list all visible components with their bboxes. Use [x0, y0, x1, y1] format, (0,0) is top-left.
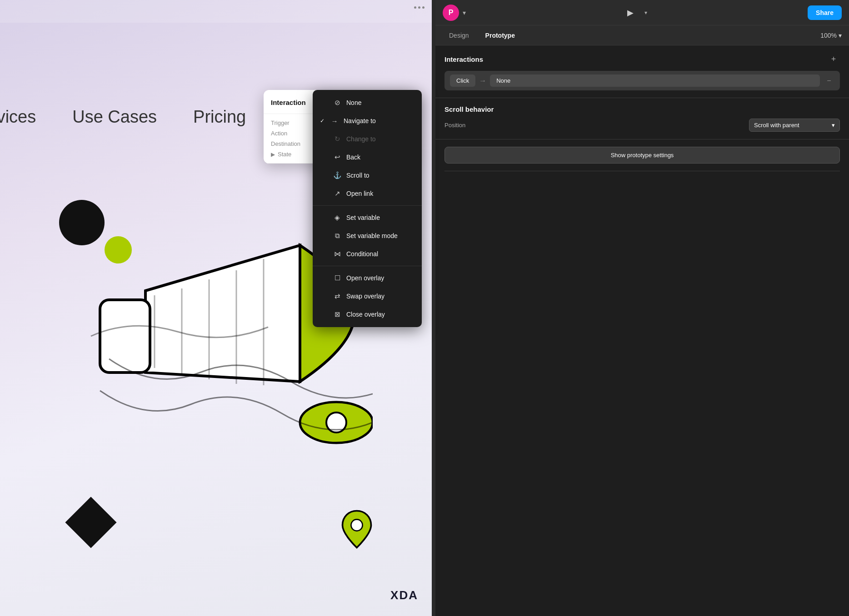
header-center: ▶ ▾ — [622, 5, 651, 21]
dropdown-divider — [313, 266, 422, 266]
item-label-open_link[interactable]: Open link — [346, 190, 373, 197]
destination-field-label: Destination — [271, 140, 307, 147]
item-icon-set_variable_mode: ⧉ — [333, 231, 342, 240]
scroll-behavior-title: Scroll behavior — [444, 105, 494, 113]
dropdown-item-open_overlay[interactable]: ☐ Open overlay — [313, 269, 422, 287]
show-prototype-settings-button[interactable]: Show prototype settings — [444, 147, 840, 164]
add-interaction-button[interactable]: + — [827, 53, 840, 65]
interaction-row: Click → None − — [444, 71, 840, 90]
item-icon-scroll_to: ⚓ — [333, 171, 342, 180]
panel-header: P ▾ ▶ ▾ Share — [435, 0, 849, 25]
avatar[interactable]: P — [443, 5, 459, 21]
arrow-icon: → — [479, 77, 486, 85]
item-label-navigate_to[interactable]: Navigate to — [344, 117, 376, 124]
item-icon-back: ↩ — [333, 153, 342, 162]
tab-prototype[interactable]: Prototype — [479, 29, 521, 42]
item-label-back[interactable]: Back — [346, 154, 360, 161]
zoom-value: 100% — [820, 32, 837, 39]
dropdown-item-set_variable[interactable]: ◈ Set variable — [313, 209, 422, 227]
nav-item-pricing: Pricing — [193, 107, 246, 127]
tab-design[interactable]: Design — [443, 29, 475, 42]
scroll-behavior-section: Scroll behavior Position Scroll with par… — [435, 98, 849, 139]
resize-handle[interactable] — [432, 0, 435, 616]
right-panel: P ▾ ▶ ▾ Share Design Prototype 100% ▾ In… — [432, 0, 849, 616]
dropdown-item-change_to: ↻ Change to — [313, 130, 422, 148]
divider — [444, 171, 840, 171]
svg-rect-0 — [100, 300, 150, 373]
action-dropdown: ⊘ None✓→ Navigate to↻ Change to↩ Back⚓ S… — [313, 90, 422, 327]
share-button[interactable]: Share — [808, 5, 842, 20]
item-icon-set_variable: ◈ — [333, 213, 342, 222]
dropdown-item-back[interactable]: ↩ Back — [313, 148, 422, 166]
item-label-open_overlay[interactable]: Open overlay — [346, 274, 384, 282]
interactions-section: Interactions + Click → None − — [435, 45, 849, 98]
header-left: P ▾ — [443, 5, 466, 21]
dropdown-item-set_variable_mode[interactable]: ⧉ Set variable mode — [313, 227, 422, 245]
item-icon-navigate_to: → — [330, 116, 339, 125]
item-icon-open_link: ↗ — [333, 189, 342, 198]
item-icon-open_overlay: ☐ — [333, 273, 342, 283]
trigger-pill[interactable]: Click — [450, 75, 475, 87]
zoom-chevron-icon: ▾ — [839, 32, 842, 39]
interactions-section-header: Interactions + — [444, 53, 840, 65]
green-pin-decoration — [336, 509, 377, 550]
dropdown-item-close_overlay[interactable]: ⊠ Close overlay — [313, 305, 422, 323]
remove-interaction-button[interactable]: − — [824, 75, 834, 86]
check-icon: ✓ — [320, 118, 325, 124]
dropdown-item-none[interactable]: ⊘ None — [313, 94, 422, 112]
svg-point-8 — [351, 519, 362, 531]
position-value: Scroll with parent — [754, 122, 799, 129]
zoom-control[interactable]: 100% ▾ — [820, 32, 842, 39]
item-icon-conditional: ⋈ — [333, 249, 342, 258]
destination-pill[interactable]: None — [490, 75, 820, 87]
tabs-row: Design Prototype 100% ▾ — [435, 25, 849, 45]
item-icon-swap_overlay: ⇄ — [333, 292, 342, 301]
play-chevron-icon[interactable]: ▾ — [640, 5, 651, 21]
dropdown-item-navigate_to[interactable]: ✓→ Navigate to — [313, 112, 422, 130]
item-icon-close_overlay: ⊠ — [333, 310, 342, 319]
xda-logo: XDA — [390, 588, 418, 602]
item-label-conditional[interactable]: Conditional — [346, 250, 378, 258]
position-select[interactable]: Scroll with parent ▾ — [749, 119, 840, 132]
position-select-chevron-icon: ▾ — [832, 122, 835, 129]
item-icon-change_to: ↻ — [333, 134, 342, 144]
dropdown-item-open_link[interactable]: ↗ Open link — [313, 184, 422, 203]
item-label-close_overlay[interactable]: Close overlay — [346, 311, 385, 318]
canvas-topbar — [0, 0, 432, 23]
position-label: Position — [444, 122, 465, 129]
nav-item-services: rvices — [0, 107, 36, 127]
scroll-behavior-header: Scroll behavior — [444, 105, 840, 113]
position-row: Position Scroll with parent ▾ — [444, 119, 840, 132]
action-field-label: Action — [271, 130, 307, 137]
play-button[interactable]: ▶ — [622, 5, 639, 21]
item-label-swap_overlay[interactable]: Swap overlay — [346, 293, 385, 300]
item-label-set_variable_mode[interactable]: Set variable mode — [346, 232, 398, 239]
state-arrow-icon: ▶ — [271, 151, 275, 158]
item-icon-none: ⊘ — [333, 98, 342, 107]
item-label-scroll_to[interactable]: Scroll to — [346, 172, 370, 179]
nav-item-use-cases: Use Cases — [72, 107, 157, 127]
item-label-set_variable[interactable]: Set variable — [346, 214, 380, 221]
dropdown-item-conditional[interactable]: ⋈ Conditional — [313, 245, 422, 263]
dropdown-item-scroll_to[interactable]: ⚓ Scroll to — [313, 166, 422, 184]
state-label: State — [278, 151, 291, 158]
dialog-title: Interaction — [271, 99, 306, 106]
dropdown-item-swap_overlay[interactable]: ⇄ Swap overlay — [313, 287, 422, 305]
avatar-chevron-icon[interactable]: ▾ — [463, 9, 466, 16]
item-label-none[interactable]: None — [346, 99, 361, 106]
item-label-change_to: Change to — [346, 135, 376, 143]
trigger-field-label: Trigger — [271, 119, 307, 126]
interactions-title: Interactions — [444, 55, 483, 63]
more-options-icon[interactable] — [414, 6, 424, 9]
dropdown-divider — [313, 205, 422, 206]
